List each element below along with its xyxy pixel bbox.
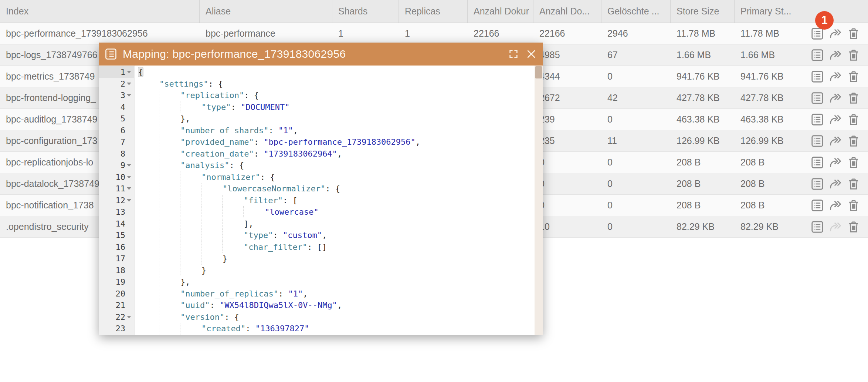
mapping-button[interactable] xyxy=(810,198,824,212)
gutter-line-number: 14 xyxy=(99,218,134,230)
code-editor[interactable]: 1234567891011121314151617181920212223 {"… xyxy=(99,66,543,335)
delete-button[interactable] xyxy=(847,177,861,191)
indent-space xyxy=(180,171,201,183)
gutter-line-number: 11 xyxy=(99,183,134,195)
fold-toggle-icon[interactable] xyxy=(125,171,133,183)
indent-guide xyxy=(138,265,159,277)
forward-button[interactable] xyxy=(828,155,842,170)
column-header-anzahl-dokumente-2[interactable]: Anzahl Do... xyxy=(533,0,601,23)
cell-actions xyxy=(805,87,868,108)
json-value: "1" xyxy=(288,289,303,298)
json-value: "DOCUMENT" xyxy=(241,103,289,112)
indent-guide xyxy=(138,160,159,171)
mapping-button[interactable] xyxy=(810,70,824,84)
delete-button[interactable] xyxy=(847,155,861,170)
cell-primary-store: 427.78 KB xyxy=(735,87,805,108)
expand-icon[interactable] xyxy=(508,48,519,60)
column-header-index[interactable]: Index xyxy=(0,0,200,23)
gutter-line-number: 9 xyxy=(99,160,134,171)
delete-button[interactable] xyxy=(847,91,861,105)
scrollbar-thumb[interactable] xyxy=(535,66,542,78)
indent-guide xyxy=(138,90,159,101)
delete-button[interactable] xyxy=(847,27,861,41)
cell-anzahl-dokumente-2: 0 xyxy=(533,195,601,216)
column-header-store-size[interactable]: Store Size xyxy=(671,0,735,23)
json-punctuation: }, xyxy=(180,114,190,123)
mapping-button[interactable] xyxy=(810,48,824,62)
cell-primary-store: 126.99 KB xyxy=(735,130,805,151)
cell-primary-store: 208 B xyxy=(735,195,805,216)
delete-button[interactable] xyxy=(847,134,861,148)
indent-space xyxy=(159,136,180,148)
indent-guide xyxy=(138,276,159,288)
cell-anzahl-dokumente-2: 0 xyxy=(533,152,601,173)
forward-button[interactable] xyxy=(828,91,842,105)
column-header-aliase[interactable]: Aliase xyxy=(200,0,332,23)
mapping-button[interactable] xyxy=(810,155,824,170)
forward-button[interactable] xyxy=(828,134,842,148)
indent-space xyxy=(244,206,265,218)
column-header-primary-store[interactable]: Primary St... xyxy=(735,0,805,23)
mapping-button[interactable] xyxy=(810,91,824,105)
indent-guide xyxy=(138,183,159,195)
forward-button[interactable] xyxy=(828,113,842,127)
mapping-button[interactable] xyxy=(810,134,824,148)
mapping-icon xyxy=(104,47,118,61)
cell-anzahl-dokumente-2: 4985 xyxy=(533,44,601,66)
indent-space xyxy=(159,276,180,288)
forward-button[interactable] xyxy=(828,27,842,41)
cell-store-size: 82.29 KB xyxy=(671,216,735,237)
forward-button[interactable] xyxy=(828,48,842,62)
cell-replicas: 1 xyxy=(399,23,468,44)
column-header-anzahl-dokumente[interactable]: Anzahl Dokur xyxy=(468,0,533,23)
forward-button[interactable] xyxy=(828,177,842,191)
fold-toggle-icon[interactable] xyxy=(125,78,133,90)
delete-button[interactable] xyxy=(847,113,861,127)
delete-button[interactable] xyxy=(847,198,861,212)
indent-guide xyxy=(159,171,180,183)
indent-space xyxy=(159,299,180,311)
editor-scrollbar[interactable] xyxy=(535,66,543,335)
forward-button[interactable] xyxy=(828,198,842,212)
gutter-line-number: 20 xyxy=(99,288,134,300)
delete-button[interactable] xyxy=(847,48,861,62)
fold-toggle-icon[interactable] xyxy=(125,183,133,195)
fold-toggle-icon[interactable] xyxy=(125,90,133,101)
fold-toggle-icon[interactable] xyxy=(125,195,133,207)
mapping-button[interactable] xyxy=(810,177,824,191)
column-header-shards[interactable]: Shards xyxy=(332,0,399,23)
indent-guide xyxy=(138,195,159,207)
cell-actions xyxy=(805,130,868,151)
indent-space xyxy=(223,195,244,207)
fold-toggle-icon[interactable] xyxy=(125,66,133,78)
fold-toggle-icon[interactable] xyxy=(125,160,133,171)
notification-badge: 1 xyxy=(815,11,834,30)
column-header-actions[interactable] xyxy=(805,0,868,23)
gutter-line-number: 4 xyxy=(99,101,134,113)
json-key: "uuid" xyxy=(180,301,210,310)
cell-anzahl-dokumente-2: 0 xyxy=(533,173,601,194)
delete-button[interactable] xyxy=(847,220,861,234)
gutter-line-number: 21 xyxy=(99,299,134,311)
cell-geloeschte: 42 xyxy=(601,87,671,108)
indent-guide xyxy=(138,136,159,148)
forward-button[interactable] xyxy=(828,70,842,84)
close-icon[interactable] xyxy=(526,48,537,60)
delete-button[interactable] xyxy=(847,70,861,84)
gutter-line-number: 12 xyxy=(99,195,134,207)
indent-guide xyxy=(138,253,159,265)
column-header-geloeschte[interactable]: Gelöschte ... xyxy=(601,0,671,23)
column-header-replicas[interactable]: Replicas xyxy=(399,0,468,23)
code-line: "lowercase" xyxy=(138,206,535,218)
indent-guide xyxy=(138,241,159,253)
json-punctuation: : xyxy=(231,103,241,112)
fold-toggle-icon[interactable] xyxy=(125,311,133,323)
editor-content[interactable]: {"settings": {"replication": {"type": "D… xyxy=(135,66,535,335)
json-punctuation: : { xyxy=(208,79,223,88)
json-value: "custom" xyxy=(283,231,322,240)
cell-anzahl-dokumente-2: 4344 xyxy=(533,66,601,87)
json-key: "number_of_replicas" xyxy=(180,289,278,298)
cell-anzahl-dokumente-2: 22166 xyxy=(533,23,601,44)
mapping-button[interactable] xyxy=(810,220,824,234)
mapping-button[interactable] xyxy=(810,113,824,127)
